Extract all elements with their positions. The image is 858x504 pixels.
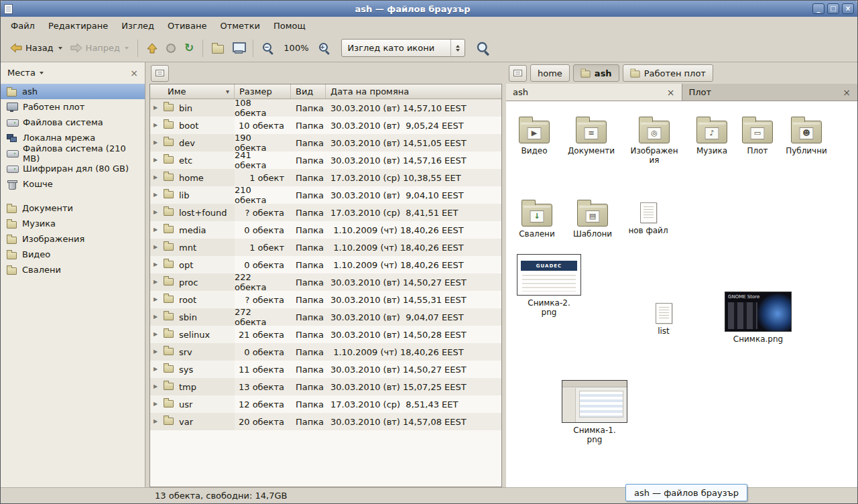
icon-item-video[interactable]: ▶ Видео (507, 116, 561, 155)
table-row[interactable]: ▶srv0 обектаПапка 1.10.2009 (чт) 18,40,2… (150, 343, 501, 361)
sidebar-item-filesystem-210mb[interactable]: Файлова система (210 MB) (1, 145, 145, 161)
expander-icon[interactable]: ▶ (154, 361, 161, 378)
window-menu-icon[interactable] (4, 4, 13, 14)
menu-help[interactable]: Помощ (267, 18, 312, 34)
icon-item-pictures[interactable]: ◎ Изображен ия (626, 116, 682, 166)
tab-close-icon[interactable]: × (843, 87, 851, 98)
expander-icon[interactable]: ▶ (154, 291, 161, 308)
close-button[interactable]: × (842, 3, 854, 14)
sidebar-close-icon[interactable]: × (130, 68, 138, 78)
tab-close-icon[interactable]: × (667, 87, 675, 98)
column-header-type[interactable]: Вид (291, 84, 326, 99)
table-row[interactable]: ▶home1 обектПапка17.03.2010 (ср) 10,38,5… (150, 169, 501, 186)
table-row[interactable]: ▶root? обектаПапка30.03.2010 (вт) 14,55,… (150, 291, 501, 308)
back-history-chevron-icon[interactable] (58, 47, 62, 50)
table-row[interactable]: ▶lib210 обектаПапка30.03.2010 (вт) 9,04,… (150, 186, 501, 204)
expander-icon[interactable]: ▶ (154, 239, 161, 256)
expander-icon[interactable]: ▶ (154, 413, 161, 430)
back-button[interactable]: Назад (6, 39, 66, 57)
expander-icon[interactable]: ▶ (154, 204, 161, 221)
table-row[interactable]: ▶etc241 обектаПапка30.03.2010 (вт) 14,57… (150, 151, 501, 169)
table-row[interactable]: ▶boot10 обектаПапка30.03.2010 (вт) 9,05,… (150, 117, 501, 134)
maximize-button[interactable]: □ (827, 3, 839, 14)
sidebar-item-encrypted-volume[interactable]: Шифриран дял (80 GB) (1, 161, 145, 176)
path-button-desktop[interactable]: Работен плот (623, 64, 713, 82)
forward-history-chevron-icon[interactable] (125, 47, 129, 50)
icon-view[interactable]: ▶ Видео ≡ Документи ◎ Изображен ия ♪ Муз… (506, 101, 857, 487)
icon-item-public[interactable]: ☻ Публични (780, 116, 833, 155)
expander-icon[interactable]: ▶ (154, 256, 161, 273)
menu-go[interactable]: Отиване (162, 18, 212, 34)
icon-item-snimka[interactable]: GNOME Store Снимка.png (722, 292, 794, 344)
sidebar-item-pictures[interactable]: Изображения (1, 231, 145, 247)
table-row[interactable]: ▶lost+found? обектаПапка17.03.2010 (ср) … (150, 204, 501, 221)
expander-icon[interactable]: ▶ (154, 186, 161, 204)
sidebar-item-desktop[interactable]: Работен плот (1, 99, 145, 115)
stop-button[interactable] (162, 39, 180, 58)
menu-edit[interactable]: Редактиране (42, 18, 114, 34)
menu-bookmarks[interactable]: Отметки (214, 18, 265, 34)
minimize-button[interactable]: _ (812, 3, 824, 14)
column-header-size[interactable]: Размер (235, 84, 291, 99)
path-button-ash[interactable]: ash (573, 64, 619, 82)
sidebar-item-documents[interactable]: Документи (1, 200, 145, 216)
expander-icon[interactable]: ▶ (154, 395, 161, 413)
sidebar-title[interactable]: Места (7, 68, 36, 78)
zoom-out-button[interactable]: − (258, 38, 278, 58)
table-row[interactable]: ▶dev190 обектаПапка30.03.2010 (вт) 14,51… (150, 134, 501, 151)
expander-icon[interactable]: ▶ (154, 117, 161, 134)
menu-file[interactable]: Файл (5, 18, 41, 34)
tab-plot[interactable]: Плот × (682, 84, 858, 101)
table-row[interactable]: ▶usr12 обектаПапка17.03.2010 (ср) 8,51,4… (150, 395, 501, 413)
search-button[interactable] (473, 38, 493, 58)
location-bar-toggle-button[interactable] (151, 65, 169, 82)
expander-icon[interactable]: ▶ (154, 273, 161, 291)
sidebar-item-downloads[interactable]: Свалени (1, 262, 145, 277)
zoom-in-button[interactable]: + (314, 38, 334, 58)
table-row[interactable]: ▶opt0 обектаПапка 1.10.2009 (чт) 18,40,2… (150, 256, 501, 273)
table-row[interactable]: ▶sbin272 обектаПапка30.03.2010 (вт) 9,04… (150, 308, 501, 326)
reload-button[interactable]: ↻ (180, 38, 198, 58)
expander-icon[interactable]: ▶ (154, 169, 161, 186)
icon-item-downloads[interactable]: ↓ Свалени (510, 199, 564, 239)
table-row[interactable]: ▶media0 обектаПапка 1.10.2009 (чт) 18,40… (150, 221, 501, 239)
sidebar-item-ash[interactable]: ash (1, 84, 145, 99)
icon-item-snimka-1[interactable]: Снимка-1. png (561, 380, 628, 445)
icon-item-music[interactable]: ♪ Музика (685, 116, 739, 155)
forward-button[interactable]: Напред (66, 39, 133, 57)
table-row[interactable]: ▶bin108 обектаПапка30.03.2010 (вт) 14,57… (150, 99, 501, 117)
table-row[interactable]: ▶proc222 обектаПапка30.03.2010 (вт) 14,5… (150, 273, 501, 291)
icon-item-templates[interactable]: ▤ Шаблони (566, 199, 619, 239)
expander-icon[interactable]: ▶ (154, 343, 161, 361)
expander-icon[interactable]: ▶ (154, 378, 161, 395)
icon-item-new-file[interactable]: нов файл (621, 199, 675, 235)
home-folder-button[interactable] (208, 38, 228, 58)
sidebar-item-trash[interactable]: Кошче (1, 176, 145, 192)
sidebar-item-music[interactable]: Музика (1, 216, 145, 231)
menu-view[interactable]: Изглед (115, 18, 160, 34)
location-bar-toggle-button[interactable] (509, 65, 527, 82)
column-header-date[interactable]: Дата на промяна (326, 84, 501, 99)
table-row[interactable]: ▶sys11 обектаПапка30.03.2010 (вт) 14,50,… (150, 361, 501, 378)
expander-icon[interactable]: ▶ (154, 99, 161, 117)
expander-icon[interactable]: ▶ (154, 308, 161, 326)
table-row[interactable]: ▶tmp13 обектаПапка30.03.2010 (вт) 15,07,… (150, 378, 501, 395)
icon-item-documents[interactable]: ≡ Документи (562, 116, 621, 155)
expander-icon[interactable]: ▶ (154, 134, 161, 151)
table-row[interactable]: ▶mnt1 обектПапка 1.10.2009 (чт) 18,40,26… (150, 239, 501, 256)
sidebar-item-videos[interactable]: Видео (1, 247, 145, 262)
titlebar[interactable]: ash — файлов браузър _ □ × (1, 1, 857, 17)
up-button[interactable] (143, 39, 162, 58)
sidebar-chooser-chevron-icon[interactable] (40, 72, 44, 74)
icon-item-snimka-2[interactable]: GUADEC Снимка-2. png (515, 254, 583, 318)
expander-icon[interactable]: ▶ (154, 326, 161, 343)
sidebar-item-filesystem[interactable]: Файлова система (1, 115, 145, 130)
tab-ash[interactable]: ash × (506, 84, 682, 101)
icon-item-list[interactable]: list (637, 300, 690, 336)
table-row[interactable]: ▶selinux21 обектаПапка30.03.2010 (вт) 14… (150, 326, 501, 343)
table-row[interactable]: ▶var20 обектаПапка30.03.2010 (вт) 14,57,… (150, 413, 501, 430)
path-button-home[interactable]: home (530, 64, 570, 82)
expander-icon[interactable]: ▶ (154, 221, 161, 239)
icon-item-desktop[interactable]: ▭ Плот (732, 116, 783, 155)
computer-button[interactable] (228, 38, 248, 58)
